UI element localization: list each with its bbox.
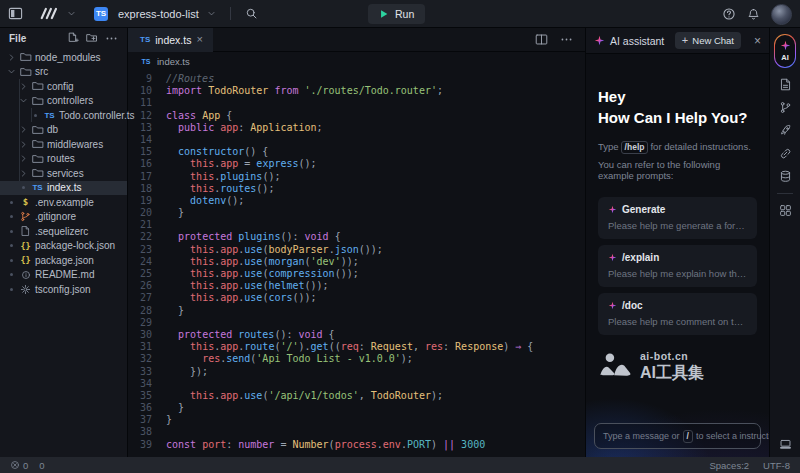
code-line-16[interactable]: 16 this.app = express(); [128, 158, 585, 170]
rail-item-laptop-icon[interactable] [779, 438, 792, 451]
code-line-26[interactable]: 26 this.app.use(helmet()); [128, 280, 585, 292]
ai-label: AI [781, 53, 789, 62]
code-line-13[interactable]: 13 public app: Application; [128, 122, 585, 134]
code-line-32[interactable]: 32 res.send('Api Todo List - v1.0.0'); [128, 353, 585, 365]
code-line-29[interactable]: 29 [128, 317, 585, 329]
line-number: 31 [128, 341, 166, 353]
prompt-card-Generate[interactable]: GeneratePlease help me generate a form c… [598, 197, 757, 239]
line-number: 39 [128, 439, 166, 451]
tree-item-index.ts[interactable]: TSindex.ts [0, 181, 127, 196]
code-line-18[interactable]: 18 this.routes(); [128, 183, 585, 195]
tab-index-ts[interactable]: TS index.ts × [128, 28, 213, 52]
avatar[interactable] [771, 4, 792, 25]
code-line-23[interactable]: 23 this.app.use(bodyParser.json()); [128, 244, 585, 256]
chevron-down-icon[interactable] [18, 96, 28, 105]
tree-item-middlewares[interactable]: middlewares [0, 137, 127, 152]
tree-item-tsconfig.json[interactable]: tsconfig.json [0, 282, 127, 297]
code-line-15[interactable]: 15 constructor() { [128, 146, 585, 158]
tree-item-.env.example[interactable]: $.env.example [0, 195, 127, 210]
code-line-36[interactable]: 36 } [128, 402, 585, 414]
notifications-bell-icon[interactable] [747, 8, 760, 21]
code-line-27[interactable]: 27 this.app.use(cors()); [128, 292, 585, 304]
rail-item-link-icon[interactable] [779, 147, 792, 160]
rail-item-database-icon[interactable] [779, 170, 792, 183]
tree-item-services[interactable]: services [0, 166, 127, 181]
errors-indicator[interactable]: 0 [10, 460, 28, 471]
code-area[interactable]: 9//Routes10import TodoRouter from './rou… [128, 70, 585, 451]
code-line-20[interactable]: 20 } [128, 207, 585, 219]
line-number: 30 [128, 329, 166, 341]
tree-item-.sequelizerc[interactable]: .sequelizerc [0, 224, 127, 239]
code-line-22[interactable]: 22 protected plugins(): void { [128, 231, 585, 243]
code-line-17[interactable]: 17 this.plugins(); [128, 171, 585, 183]
prompt-card-doc[interactable]: /docPlease help me comment on this code. [598, 293, 757, 335]
tree-item-config[interactable]: config [0, 79, 127, 94]
warnings-indicator[interactable]: 0 [36, 460, 44, 471]
code-line-28[interactable]: 28 } [128, 305, 585, 317]
rail-item-rocket-icon[interactable] [779, 124, 792, 137]
chevron-down-icon[interactable] [6, 67, 16, 76]
code-line-33[interactable]: 33 }); [128, 366, 585, 378]
code-line-25[interactable]: 25 this.app.use(compression()); [128, 268, 585, 280]
tree-item-node_modules[interactable]: node_modules [0, 50, 127, 65]
code-line-35[interactable]: 35 this.app.use('/api/v1/todos', TodoRou… [128, 390, 585, 402]
rail-item-docs-icon[interactable] [779, 78, 792, 91]
code-line-11[interactable]: 11 [128, 97, 585, 109]
indentation-setting[interactable]: Spaces:2 [709, 460, 749, 471]
code-line-24[interactable]: 24 this.app.use(morgan('dev')); [128, 256, 585, 268]
chevron-right-icon[interactable] [18, 154, 28, 163]
more-actions-icon[interactable] [105, 32, 118, 45]
search-icon[interactable] [245, 7, 258, 20]
close-panel-icon[interactable]: × [754, 35, 761, 47]
new-file-icon[interactable] [67, 32, 79, 45]
code-line-19[interactable]: 19 dotenv(); [128, 195, 585, 207]
chevron-down-icon[interactable] [207, 9, 216, 18]
code-line-12[interactable]: 12class App { [128, 110, 585, 122]
code-line-39[interactable]: 39const port: number = Number(process.en… [128, 439, 585, 451]
chevron-right-icon[interactable] [18, 82, 28, 91]
tab-close-icon[interactable]: × [196, 34, 202, 45]
tree-item-.gitignore[interactable]: .gitignore [0, 210, 127, 225]
code-line-34[interactable]: 34 [128, 378, 585, 390]
tree-item-package.json[interactable]: {}package.json [0, 253, 127, 268]
app-logo-icon[interactable] [39, 6, 61, 21]
line-number: 20 [128, 207, 166, 219]
chevron-down-icon[interactable] [67, 9, 76, 18]
code-line-31[interactable]: 31 this.app.route('/').get((req: Request… [128, 341, 585, 353]
rail-item-grid-icon[interactable] [779, 204, 792, 217]
tree-item-controllers[interactable]: controllers [0, 94, 127, 109]
code-line-38[interactable]: 38 [128, 426, 585, 438]
tree-item-Todo.controller.ts[interactable]: TSTodo.controller.ts [0, 108, 127, 123]
split-editor-icon[interactable] [535, 33, 548, 46]
run-button[interactable]: Run [368, 4, 425, 24]
tree-item-package-lock.json[interactable]: {}package-lock.json [0, 239, 127, 254]
encoding-setting[interactable]: UTF-8 [763, 460, 790, 471]
line-number: 10 [128, 85, 166, 97]
chat-input[interactable]: Type a message or / to select a instruct… [594, 423, 761, 449]
tree-item-routes[interactable]: routes [0, 152, 127, 167]
code-line-37[interactable]: 37} [128, 414, 585, 426]
new-chat-button[interactable]: + New Chat [675, 32, 741, 49]
code-line-21[interactable]: 21 [128, 219, 585, 231]
tree-item-README.md[interactable]: README.md [0, 268, 127, 283]
chevron-right-icon[interactable] [18, 140, 28, 149]
prompt-card-explain[interactable]: /explainPlease help me explain how this … [598, 245, 757, 287]
sidebar-toggle-icon[interactable] [8, 6, 23, 21]
editor-more-icon[interactable] [560, 33, 573, 46]
code-line-14[interactable]: 14 [128, 134, 585, 146]
rail-item-git-branch-icon[interactable] [779, 101, 792, 114]
chevron-right-icon[interactable] [6, 53, 16, 62]
new-folder-icon[interactable] [86, 32, 98, 45]
tree-item-db[interactable]: db [0, 123, 127, 138]
code-line-30[interactable]: 30 protected routes(): void { [128, 329, 585, 341]
project-name[interactable]: express-todo-list [118, 8, 199, 20]
code-line-9[interactable]: 9//Routes [128, 73, 585, 85]
help-icon[interactable] [722, 7, 736, 21]
chevron-right-icon[interactable] [18, 169, 28, 178]
breadcrumb[interactable]: TS index.ts [128, 52, 585, 70]
code-line-10[interactable]: 10import TodoRouter from './routes/Todo.… [128, 85, 585, 97]
rail-item-ai[interactable]: AI [774, 34, 796, 68]
tree-item-src[interactable]: src [0, 65, 127, 80]
explorer-title: File [9, 33, 26, 44]
chevron-right-icon[interactable] [18, 125, 28, 134]
